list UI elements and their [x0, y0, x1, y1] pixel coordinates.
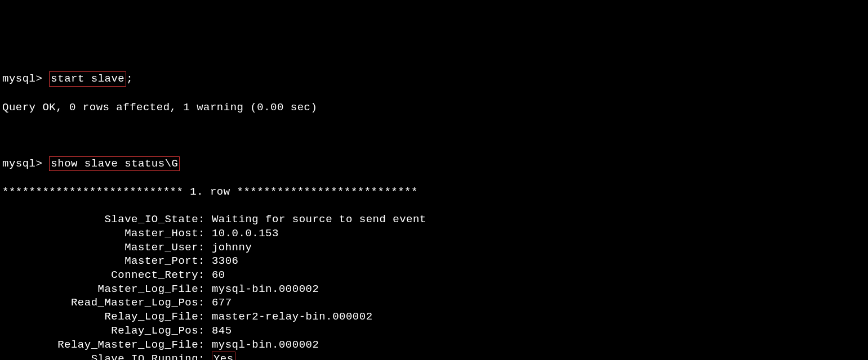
status-label: Read_Master_Log_Pos:	[2, 296, 205, 310]
status-row: Relay_Master_Log_File: mysql-bin.000002	[2, 338, 866, 352]
mysql-prompt: mysql>	[2, 73, 49, 85]
status-label: Slave_IO_Running:	[2, 352, 205, 360]
query-response-1: Query OK, 0 rows affected, 1 warning (0.…	[2, 101, 866, 115]
mysql-prompt: mysql>	[2, 158, 49, 170]
status-value: 60	[212, 269, 225, 281]
status-row: Master_User: johnny	[2, 241, 866, 255]
command-show-slave-status: show slave status\G	[49, 156, 180, 172]
status-label: Master_Port:	[2, 254, 205, 268]
command-line-2: mysql> show slave status\G	[2, 156, 866, 172]
status-row: Master_Port: 3306	[2, 254, 866, 268]
status-label: Master_User:	[2, 241, 205, 255]
command1-suffix: ;	[126, 73, 133, 85]
status-row: Slave_IO_Running: Yes	[2, 352, 866, 360]
status-label: Master_Host:	[2, 227, 205, 241]
status-row: Read_Master_Log_Pos: 677	[2, 296, 866, 310]
status-row: Slave_IO_State: Waiting for source to se…	[2, 213, 866, 227]
status-label: Master_Log_File:	[2, 282, 205, 296]
status-label: Slave_IO_State:	[2, 213, 205, 227]
status-value: master2-relay-bin.000002	[212, 310, 373, 323]
status-value: 3306	[212, 255, 239, 267]
status-row: Relay_Log_File: master2-relay-bin.000002	[2, 310, 866, 324]
status-value: 677	[212, 296, 232, 309]
status-row: Relay_Log_Pos: 845	[2, 324, 866, 338]
status-value: Yes	[212, 352, 235, 360]
status-label: Connect_Retry:	[2, 268, 205, 282]
terminal-output[interactable]: mysql> start slave; Query OK, 0 rows aff…	[2, 58, 866, 360]
status-row: Master_Host: 10.0.0.153	[2, 227, 866, 241]
status-value: Waiting for source to send event	[212, 213, 426, 226]
status-value: 10.0.0.153	[212, 227, 279, 240]
status-value: mysql-bin.000002	[212, 339, 319, 351]
status-value: 845	[212, 325, 232, 337]
command-start-slave: start slave	[49, 71, 126, 87]
status-value: mysql-bin.000002	[212, 283, 319, 295]
status-row: Connect_Retry: 60	[2, 268, 866, 282]
status-label: Relay_Log_File:	[2, 310, 205, 324]
status-value: johnny	[212, 241, 252, 254]
status-row: Master_Log_File: mysql-bin.000002	[2, 282, 866, 296]
blank-line	[2, 128, 866, 142]
status-label: Relay_Log_Pos:	[2, 324, 205, 338]
row-separator: *************************** 1. row *****…	[2, 185, 866, 199]
command-line-1: mysql> start slave;	[2, 71, 866, 87]
status-fields: Slave_IO_State: Waiting for source to se…	[2, 213, 866, 360]
status-label: Relay_Master_Log_File:	[2, 338, 205, 352]
